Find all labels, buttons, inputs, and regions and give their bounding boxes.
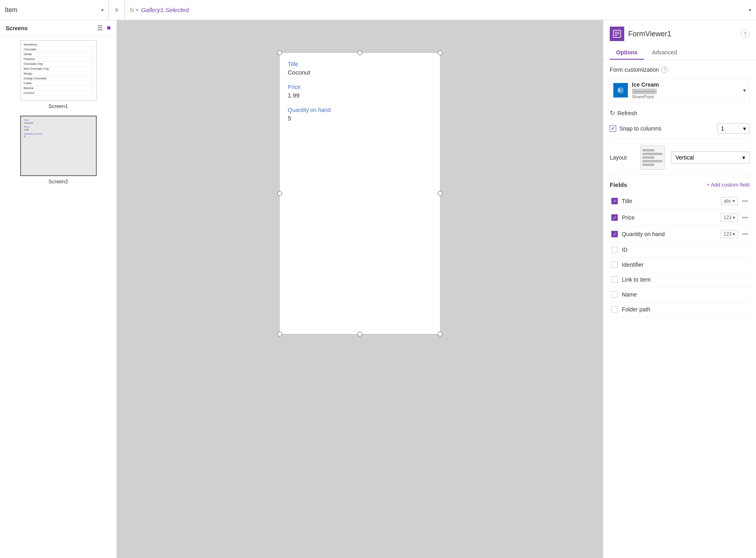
screens-header: Screens ☰ ■ [0,20,116,36]
form-customization-label: Form customization ? [610,66,668,73]
field-checkbox-price[interactable]: ✓ [611,214,618,221]
panel-title: FormViewer1 [628,30,671,38]
field-type-quantity[interactable]: 123 ▾ [721,230,738,238]
thumb1-row: Orange Chocolate› [22,76,95,81]
field-checkbox-name[interactable] [611,291,618,298]
datasource-platform: SharePoint [632,94,739,99]
layout-label: Layout [610,154,634,161]
thumb2-qty-value: 5 [24,135,93,138]
panel-tabs: Options Advanced [603,46,756,60]
datasource-chevron-icon[interactable]: ▾ [743,87,746,93]
layout-chevron-icon: ▾ [742,154,745,161]
formula-bar: fx ▾ Gallery1.Selected ▾ [125,0,756,20]
thumb1-row: Chocolate Chip› [22,62,95,66]
field-checkbox-title[interactable]: ✓ [611,198,618,204]
layout-preview-line [642,156,654,159]
field-type-price[interactable]: 123 ▾ [721,214,738,222]
snap-label: Snap to columns [619,125,661,132]
top-bar: Item ▾ = fx ▾ Gallery1.Selected ▾ [0,0,756,20]
type-chevron-icon: ▾ [733,215,735,220]
snap-select[interactable]: 1 ▾ [717,123,750,134]
grid-view-icon[interactable]: ■ [107,24,111,32]
canvas-area[interactable]: Title Coconut Price 1.99 Quantity on han… [117,20,603,558]
fields-header: Fields + Add custom field [610,181,750,188]
checkmark-icon: ✓ [611,126,615,131]
type-chevron-icon: ▾ [733,198,735,204]
handle-middle-left[interactable] [277,191,282,196]
layout-preview-line [642,153,663,155]
handle-top-left[interactable] [277,50,282,55]
handle-bottom-right[interactable] [438,332,442,336]
field-more-quantity[interactable]: ••• [742,231,748,237]
field-checkbox-identifier[interactable] [611,261,618,268]
handle-middle-right[interactable] [438,191,442,196]
list-view-icon[interactable]: ☰ [97,24,103,32]
thumb1-row: Vanilla› [22,52,95,57]
sidebar-item-screen1[interactable]: Strawberry› Chocolate› Vanilla› Pistachi… [4,40,112,109]
form-customization-row: Form customization ? [610,66,750,73]
layout-select[interactable]: Vertical ▾ [671,151,750,164]
sidebar-item-screen2[interactable]: Title Coconut Price 1.99 Quantity on han… [4,116,112,185]
type-chevron-icon: ▾ [733,231,735,237]
tab-advanced[interactable]: Advanced [646,46,683,60]
panel-header-left: FormViewer1 [610,27,671,41]
add-custom-field-button[interactable]: + Add custom field [706,182,750,188]
layout-row: Layout Vertical ▾ [610,145,750,175]
panel-header: FormViewer1 ? [603,20,756,41]
screens-list: Strawberry› Chocolate› Vanilla› Pistachi… [0,36,116,558]
snap-left: ✓ Snap to columns [610,125,661,132]
form-viewer[interactable]: Title Coconut Price 1.99 Quantity on han… [279,52,440,334]
field-type-title[interactable]: abc ▾ [721,197,738,205]
layout-preview-line [642,160,663,162]
field-name-identifier: Identifier [622,261,748,268]
refresh-label: Refresh [617,110,637,116]
sidebar: Screens ☰ ■ Strawberry› Chocolate› Vanil… [0,20,117,558]
datasource-row[interactable]: S Ice Cream •••••••••••••• SharePoint ▾ [610,78,750,103]
screens-icons: ☰ ■ [97,24,111,32]
field-more-title[interactable]: ••• [742,198,748,204]
field-checkbox-link[interactable] [611,276,618,283]
datasource-name: Ice Cream [632,81,739,88]
form-title-label: Title [288,61,432,67]
equals-sign: = [109,0,125,20]
field-row-quantity: ✓ Quantity on hand 123 ▾ ••• [610,226,750,243]
form-qty-label: Quantity on hand [288,107,432,113]
handle-top-center[interactable] [357,50,362,55]
handle-top-right[interactable] [438,50,442,55]
thumb2-price-value: 1.99 [24,129,93,131]
field-more-price[interactable]: ••• [742,214,748,221]
field-checkbox-folderpath[interactable] [611,306,618,313]
selector-chevron-icon: ▾ [101,7,104,13]
field-checkbox-quantity[interactable]: ✓ [611,231,618,237]
screen2-label: Screen2 [48,178,68,185]
thumb1-row: Mint Chocolate Chip› [22,66,95,71]
refresh-row[interactable]: ↻ Refresh [610,109,750,117]
handle-bottom-center[interactable] [357,332,362,336]
screen1-label: Screen1 [48,103,68,109]
datasource-subtitle: •••••••••••••• [632,89,657,94]
field-name-quantity: Quantity on hand [622,231,717,237]
field-row-title: ✓ Title abc ▾ ••• [610,193,750,210]
tab-options[interactable]: Options [610,46,644,60]
datasource-info: Ice Cream •••••••••••••• SharePoint [632,81,739,99]
item-selector[interactable]: Item ▾ [0,0,109,20]
field-row-folderpath: Folder path [610,302,750,317]
layout-preview-line [642,164,654,166]
handle-bottom-left[interactable] [277,332,282,336]
field-checkbox-id[interactable] [611,247,618,253]
form-price-value: 1.99 [288,92,432,99]
field-row-name: Name [610,287,750,302]
thumb1-row: Chocolate› [22,47,95,52]
snap-chevron-icon: ▾ [743,125,746,132]
layout-preview [640,145,665,170]
fields-title: Fields [610,181,627,188]
thumb2-qty-label: Quantity on hand [24,133,93,135]
thumb1-row: Pistachio› [22,57,95,62]
thumb1-row: Coffee› [22,81,95,86]
checkmark-icon: ✓ [613,199,617,204]
screen2-thumbnail: Title Coconut Price 1.99 Quantity on han… [20,116,97,176]
field-row-id: ID [610,243,750,257]
panel-help-icon[interactable]: ? [741,29,750,38]
field-row-link: Link to item [610,272,750,287]
snap-checkbox[interactable]: ✓ [610,125,616,132]
